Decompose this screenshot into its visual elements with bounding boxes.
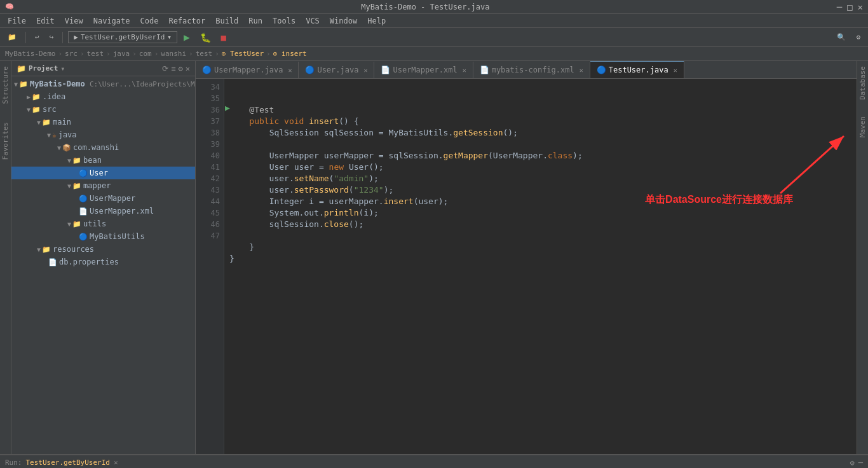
menu-tools[interactable]: Tools — [268, 15, 301, 27]
settings-icon[interactable]: ⚙ — [179, 64, 183, 73]
tree-item-main[interactable]: ▼ 📁 main — [11, 116, 195, 128]
sync-icon[interactable]: ⟳ — [162, 64, 168, 73]
tab-mybatis-config[interactable]: 📄 mybatis-config.xml ✕ — [473, 62, 590, 78]
menu-help[interactable]: Help — [362, 15, 391, 27]
right-panel: Database Maven — [857, 61, 868, 454]
project-sidebar: 📁 Project ▾ ⟳ ≡ ⚙ ✕ ▼ 📁 MyBatis-Demo C:\… — [11, 61, 196, 454]
code-content[interactable]: @Test public void insert() { SqlSession … — [224, 79, 857, 454]
run-header: Run: TestUser.getByUserId ✕ ⚙ ─ — [0, 455, 868, 468]
tab-close-mybatis-config[interactable]: ✕ — [580, 67, 583, 74]
stop-button[interactable]: ■ — [217, 31, 230, 44]
breadcrumb-root[interactable]: MyBatis-Demo — [5, 50, 55, 58]
tree-item-mybatis-demo[interactable]: ▼ 📁 MyBatis-Demo C:\User...\IdeaProjects… — [11, 78, 195, 90]
breadcrumb-java[interactable]: java — [113, 50, 130, 58]
breadcrumb-wanshi[interactable]: wanshi — [161, 50, 186, 58]
tree-item-mybatisutils[interactable]: 🔵 MyBatisUtils — [11, 230, 195, 243]
menu-file[interactable]: File — [3, 15, 31, 27]
run-method-label[interactable]: TestUser.getByUserId — [26, 458, 110, 467]
menu-view[interactable]: View — [60, 15, 88, 27]
breadcrumb-test2[interactable]: test — [196, 50, 213, 58]
redo-button[interactable]: ↪ — [46, 32, 58, 43]
toolbar-separator-2 — [62, 32, 63, 43]
tab-close-user[interactable]: ✕ — [363, 67, 367, 74]
tab-close-usermapper-xml[interactable]: ✕ — [463, 67, 466, 74]
tree-item-bean[interactable]: ▼ 📁 bean — [11, 154, 195, 167]
bottom-panel: Run: TestUser.getByUserId ✕ ⚙ ─ ▶ ✓ ■ ↻ … — [0, 454, 868, 468]
tree-arrow-com[interactable]: ▼ — [57, 144, 61, 151]
maximize-button[interactable]: □ — [847, 2, 852, 12]
undo-button[interactable]: ↩ — [31, 32, 43, 43]
sidebar-project-icon: 📁 — [17, 64, 26, 73]
debug-button[interactable]: 🐛 — [196, 31, 215, 44]
tree-arrow[interactable]: ▼ — [14, 81, 18, 88]
favorites-icon[interactable]: Favorites — [1, 122, 10, 160]
breadcrumb-testuser[interactable]: ⊙ TestUser — [222, 50, 264, 58]
tree-arrow-bean[interactable]: ▼ — [67, 157, 71, 164]
breadcrumb-insert[interactable]: ⊙ insert — [273, 50, 307, 58]
window-title: MyBatis-Demo - TestUser.java — [361, 3, 489, 11]
tree-item-dbproperties[interactable]: 📄 db.properties — [11, 256, 195, 268]
close-button[interactable]: ✕ — [858, 2, 863, 12]
tab-label-testuser: TestUser.java — [609, 65, 668, 74]
breadcrumb-src[interactable]: src — [65, 50, 78, 58]
tree-arrow-src[interactable]: ▼ — [27, 106, 31, 113]
project-icon[interactable]: 📁 — [4, 32, 20, 43]
tree-item-mapper[interactable]: ▼ 📁 mapper — [11, 179, 195, 192]
run-minimize-btn[interactable]: ─ — [858, 458, 863, 467]
tree-label-usermapper: UserMapper — [90, 194, 135, 203]
menu-navigate[interactable]: Navigate — [88, 15, 135, 27]
tree-arrow-resources[interactable]: ▼ — [37, 246, 41, 253]
tree-item-utils[interactable]: ▼ 📁 utils — [11, 217, 195, 230]
tab-close-testuser[interactable]: ✕ — [674, 67, 677, 74]
tree-label-dbproperties: db.properties — [59, 258, 119, 266]
menu-window[interactable]: Window — [325, 15, 362, 27]
sidebar-dropdown-arrow[interactable]: ▾ — [60, 64, 65, 73]
tree-arrow-idea[interactable]: ▶ — [27, 93, 31, 100]
tree-item-com-wanshi[interactable]: ▼ 📦 com.wanshi — [11, 141, 195, 154]
tree-item-usermapper-xml[interactable]: 📄 UserMapper.xml — [11, 205, 195, 217]
tree-item-java[interactable]: ▼ ☕ java — [11, 128, 195, 141]
tab-usermapper-xml[interactable]: 📄 UserMapper.xml ✕ — [374, 62, 473, 78]
run-config-icon: ▶ — [74, 33, 78, 41]
menu-code[interactable]: Code — [135, 15, 164, 27]
structure-icon[interactable]: Structure — [1, 66, 10, 104]
code-editor: 34 35 36 37 38 39 40 41 42 43 44 45 46 4… — [196, 79, 857, 454]
tab-testuser-java[interactable]: 🔵 TestUser.java ✕ — [590, 61, 684, 78]
tree-item-resources[interactable]: ▼ 📁 resources — [11, 243, 195, 256]
breadcrumb-com[interactable]: com — [139, 50, 152, 58]
tab-icon-user: 🔵 — [305, 65, 315, 74]
menu-run[interactable]: Run — [243, 15, 268, 27]
search-button[interactable]: 🔍 — [833, 32, 850, 43]
menu-build[interactable]: Build — [210, 15, 243, 27]
run-settings-btn[interactable]: ⚙ — [850, 458, 855, 467]
right-tab-maven[interactable]: Maven — [857, 111, 868, 142]
collapse-icon[interactable]: ≡ — [171, 64, 175, 73]
left-panel-icons: Structure Favorites — [0, 61, 11, 454]
minimize-button[interactable]: ─ — [837, 2, 842, 12]
breadcrumb-test[interactable]: test — [87, 50, 104, 58]
tree-label-mybatisutils: MyBatisUtils — [90, 232, 145, 241]
run-configuration-dropdown[interactable]: ▶ TestUser.getByUserId ▾ — [68, 31, 177, 43]
tree-item-src[interactable]: ▼ 📁 src — [11, 103, 195, 116]
tree-item-idea[interactable]: ▶ 📁 .idea — [11, 90, 195, 103]
line-numbers: 34 35 36 37 38 39 40 41 42 43 44 45 46 4… — [196, 79, 224, 454]
menu-edit[interactable]: Edit — [31, 15, 60, 27]
run-button[interactable]: ▶ — [180, 30, 194, 45]
close-panel-icon[interactable]: ✕ — [186, 64, 190, 73]
menu-vcs[interactable]: VCS — [301, 15, 325, 27]
title-bar-left: 🧠 — [5, 3, 14, 11]
menu-refactor[interactable]: Refactor — [163, 15, 210, 27]
tree-item-user[interactable]: 🔵 User — [11, 167, 195, 179]
tree-arrow-mapper[interactable]: ▼ — [67, 182, 71, 189]
tab-user-java[interactable]: 🔵 User.java ✕ — [299, 62, 374, 78]
right-tab-database[interactable]: Database — [857, 61, 868, 105]
tab-usermapper-java[interactable]: 🔵 UserMapper.java ✕ — [196, 62, 299, 78]
tab-close-usermapper[interactable]: ✕ — [288, 67, 292, 74]
app-icon: 🧠 — [5, 3, 14, 11]
tree-arrow-java[interactable]: ▼ — [47, 132, 51, 139]
tree-arrow-main[interactable]: ▼ — [37, 119, 41, 126]
settings-button[interactable]: ⚙ — [852, 32, 864, 43]
tree-item-usermapper[interactable]: 🔵 UserMapper — [11, 192, 195, 205]
run-close-btn[interactable]: ✕ — [114, 458, 118, 467]
tree-arrow-utils[interactable]: ▼ — [67, 221, 71, 228]
